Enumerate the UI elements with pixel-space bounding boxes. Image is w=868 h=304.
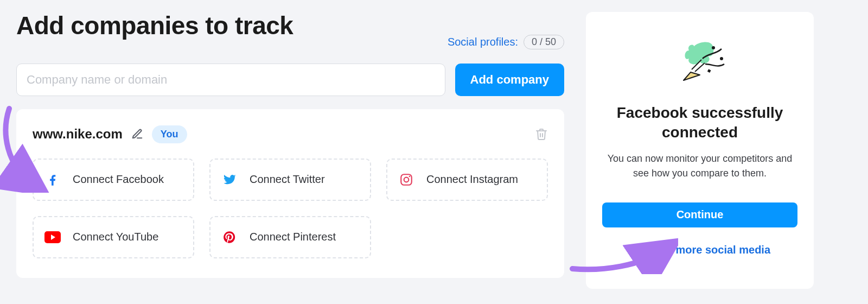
svg-rect-8: [707, 69, 711, 73]
svg-point-7: [720, 57, 723, 60]
connect-label: Connect Facebook: [73, 173, 164, 186]
facebook-icon: [44, 172, 61, 188]
party-popper-icon: [670, 37, 730, 88]
social-profiles-count: 0 / 50: [524, 35, 564, 49]
connect-pinterest-button[interactable]: Connect Pinterest: [209, 216, 371, 258]
company-card: www.nike.com You Connect Facebook C: [16, 109, 564, 278]
continue-button[interactable]: Continue: [602, 202, 797, 227]
page-title: Add companies to track: [16, 12, 293, 40]
connect-label: Connect Instagram: [426, 173, 518, 186]
svg-point-6: [712, 46, 715, 49]
company-domain: www.nike.com: [33, 126, 123, 142]
connect-label: Connect Pinterest: [250, 231, 336, 243]
pinterest-icon: [221, 229, 238, 245]
connect-instagram-button[interactable]: Connect Instagram: [386, 159, 548, 201]
social-profiles-label: Social profiles:: [448, 36, 518, 48]
company-input[interactable]: [16, 64, 445, 96]
panel-description: You can now monitor your competitors and…: [602, 151, 797, 181]
trash-icon[interactable]: [535, 128, 548, 141]
social-profiles-counter: Social profiles: 0 / 50: [448, 35, 564, 52]
connect-more-link[interactable]: Connect more social media: [629, 244, 770, 256]
connect-label: Connect YouTube: [73, 231, 158, 243]
youtube-icon: [44, 229, 61, 245]
connect-twitter-button[interactable]: Connect Twitter: [209, 159, 371, 201]
connect-label: Connect Twitter: [250, 173, 325, 186]
add-company-button[interactable]: Add company: [455, 64, 564, 96]
success-panel: Facebook successfully connected You can …: [586, 12, 814, 289]
connect-facebook-button[interactable]: Connect Facebook: [33, 159, 194, 201]
svg-point-1: [404, 177, 409, 182]
connect-youtube-button[interactable]: Connect YouTube: [33, 216, 194, 258]
svg-point-2: [409, 175, 411, 177]
svg-marker-5: [684, 72, 700, 80]
pencil-icon[interactable]: [131, 128, 143, 140]
you-badge: You: [152, 125, 187, 143]
instagram-icon: [398, 172, 414, 188]
twitter-icon: [221, 172, 238, 188]
panel-title: Facebook successfully connected: [602, 103, 797, 143]
